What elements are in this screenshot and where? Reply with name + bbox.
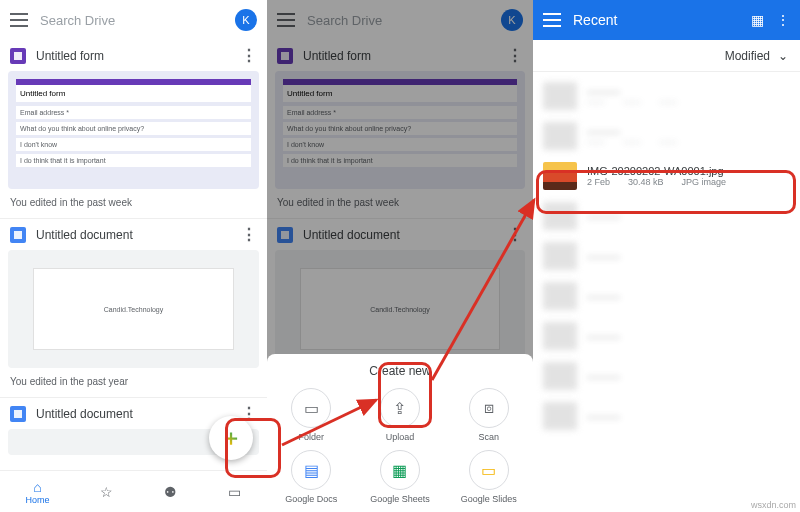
watermark: wsxdn.com: [751, 500, 796, 510]
nav-files[interactable]: ▭: [228, 484, 241, 500]
file-title: Untitled document: [36, 407, 231, 421]
star-icon: ☆: [100, 484, 113, 500]
action-label: Google Sheets: [370, 494, 430, 504]
action-label: Folder: [299, 432, 325, 442]
search-bar[interactable]: Search Drive K: [0, 0, 267, 40]
grid-view-icon[interactable]: ▦: [751, 12, 764, 28]
action-label: Google Slides: [461, 494, 517, 504]
list-item[interactable]: —————————: [533, 116, 800, 156]
page-title: Recent: [573, 12, 739, 28]
upload-icon: ⇪: [380, 388, 420, 428]
nav-label: Home: [25, 495, 49, 505]
nav-shared[interactable]: ⚉: [164, 484, 177, 500]
sort-bar[interactable]: Modified ⌄: [533, 40, 800, 72]
form-preview-field: Email address *: [16, 106, 251, 119]
menu-icon[interactable]: [10, 13, 28, 27]
avatar[interactable]: K: [235, 9, 257, 31]
camera-icon: ⧇: [469, 388, 509, 428]
action-upload[interactable]: ⇪Upload: [356, 388, 445, 442]
file-date: 2 Feb: [587, 177, 610, 187]
more-icon[interactable]: ⋮: [776, 12, 790, 28]
file-name: IMG-20200202-WA0001.jpg: [587, 165, 726, 177]
form-preview[interactable]: Untitled form Email address * What do yo…: [8, 71, 259, 189]
plus-icon: ＋: [220, 423, 242, 453]
list-item[interactable]: ———: [533, 316, 800, 356]
create-new-sheet: Create new ▭Folder ⇪Upload ⧇Scan ▤Google…: [267, 354, 533, 512]
menu-icon[interactable]: [543, 13, 561, 27]
file-meta: You edited in the past year: [0, 372, 267, 397]
file-list: ————————— ————————— IMG-20200202-WA0001.…: [533, 72, 800, 440]
more-icon[interactable]: ⋮: [241, 46, 257, 65]
file-meta: You edited in the past week: [0, 193, 267, 218]
docs-icon: ▤: [291, 450, 331, 490]
docs-icon: [10, 406, 26, 422]
list-item[interactable]: —————————: [533, 76, 800, 116]
slides-icon: ▭: [469, 450, 509, 490]
list-item[interactable]: ———: [533, 236, 800, 276]
list-item[interactable]: ———: [533, 276, 800, 316]
app-bar: Recent ▦ ⋮: [533, 0, 800, 40]
folder-icon: ▭: [228, 484, 241, 500]
list-item-highlight[interactable]: IMG-20200202-WA0001.jpg 2 Feb 30.48 kB J…: [533, 156, 800, 196]
action-google-slides[interactable]: ▭Google Slides: [444, 450, 533, 504]
fab-create[interactable]: ＋: [209, 416, 253, 460]
docs-icon: [10, 227, 26, 243]
file-row-form[interactable]: Untitled form ⋮: [0, 40, 267, 71]
folder-icon: ▭: [291, 388, 331, 428]
action-scan[interactable]: ⧇Scan: [444, 388, 533, 442]
form-preview-option: I do think that it is important: [16, 154, 251, 167]
nav-starred[interactable]: ☆: [100, 484, 113, 500]
file-title: Untitled form: [36, 49, 231, 63]
file-size: 30.48 kB: [628, 177, 664, 187]
form-preview-option: I don't know: [16, 138, 251, 151]
file-title: Untitled document: [36, 228, 231, 242]
panel-recent: Recent ▦ ⋮ Modified ⌄ ————————— ————————…: [533, 0, 800, 512]
action-google-sheets[interactable]: ▦Google Sheets: [356, 450, 445, 504]
search-input[interactable]: Search Drive: [40, 13, 223, 28]
file-row-doc[interactable]: Untitled document ⋮: [0, 219, 267, 250]
more-icon[interactable]: ⋮: [241, 225, 257, 244]
people-icon: ⚉: [164, 484, 177, 500]
form-preview-field: What do you think about online privacy?: [16, 122, 251, 135]
sort-label: Modified: [725, 49, 770, 63]
action-label: Scan: [478, 432, 499, 442]
list-item[interactable]: ———: [533, 356, 800, 396]
sheet-title: Create new: [267, 364, 533, 378]
doc-preview[interactable]: Candid.Technology: [8, 250, 259, 368]
thumbnail: [543, 162, 577, 190]
action-folder[interactable]: ▭Folder: [267, 388, 356, 442]
home-icon: ⌂: [33, 479, 41, 495]
panel-drive-home: Search Drive K Untitled form ⋮ Untitled …: [0, 0, 267, 512]
action-label: Upload: [386, 432, 415, 442]
panel-drive-create-sheet: Search Drive K Untitled form ⋮ Untitled …: [267, 0, 533, 512]
action-google-docs[interactable]: ▤Google Docs: [267, 450, 356, 504]
list-item[interactable]: ———: [533, 196, 800, 236]
bottom-nav: ⌂Home ☆ ⚉ ▭: [0, 470, 267, 512]
doc-preview-body: Candid.Technology: [33, 268, 234, 351]
forms-icon: [10, 48, 26, 64]
form-preview-title: Untitled form: [16, 79, 251, 102]
chevron-down-icon: ⌄: [778, 49, 788, 63]
list-item[interactable]: ———: [533, 396, 800, 436]
nav-home[interactable]: ⌂Home: [25, 479, 49, 505]
action-label: Google Docs: [285, 494, 337, 504]
file-type: JPG image: [682, 177, 727, 187]
sheets-icon: ▦: [380, 450, 420, 490]
